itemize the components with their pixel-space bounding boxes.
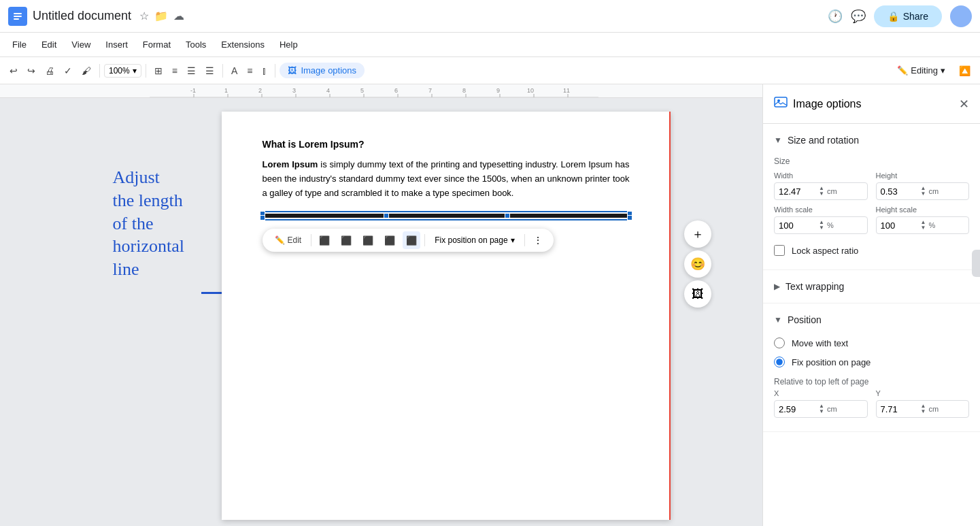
document-title[interactable]: Untitled document <box>33 9 131 23</box>
share-button[interactable]: 🔒 Share <box>874 5 942 27</box>
size-rotation-title: Size and rotation <box>788 135 859 146</box>
align-wrap-full[interactable]: ⬛ <box>403 231 420 249</box>
width-input[interactable] <box>779 186 816 197</box>
more-options-button[interactable]: ⋮ <box>529 231 547 249</box>
text-wrapping-header[interactable]: ▶ Text wrapping <box>774 278 969 295</box>
width-down[interactable]: ▼ <box>819 191 824 197</box>
selected-line-container[interactable]: ✏️ Edit ⬛ ⬛ ⬛ ⬛ ⬛ Fix p <box>263 214 630 218</box>
history-icon[interactable]: 🕐 <box>828 9 843 24</box>
cloud-icon[interactable]: ☁ <box>173 10 184 22</box>
columns-button[interactable]: ⫿ <box>258 63 271 79</box>
height-scale-input[interactable] <box>881 220 918 231</box>
position-header[interactable]: ▼ Position <box>774 312 969 328</box>
height-input[interactable] <box>881 186 918 197</box>
position-dropdown[interactable]: Fix position on page ▾ <box>429 233 520 248</box>
fab-emoji[interactable]: 😊 <box>684 250 711 278</box>
svg-text:10: 10 <box>527 87 534 94</box>
resize-handle-mid1[interactable] <box>384 213 389 218</box>
menu-view[interactable]: View <box>65 37 97 52</box>
y-down[interactable]: ▼ <box>921 409 926 414</box>
editing-dropdown-icon: ▾ <box>941 65 945 76</box>
svg-text:9: 9 <box>496 87 500 94</box>
list-button[interactable]: ☰ <box>183 63 200 79</box>
width-scale-input-wrap: ▲ ▼ % <box>774 216 868 234</box>
align-wrap-left[interactable]: ⬛ <box>316 231 333 249</box>
y-input[interactable] <box>881 404 918 414</box>
svg-text:11: 11 <box>563 87 570 94</box>
insert-button[interactable]: ⊞ <box>150 63 167 79</box>
width-field: Width ▲ ▼ cm <box>774 171 868 200</box>
panel-scrollbar[interactable] <box>972 250 980 277</box>
collapse-toolbar-button[interactable]: 🔼 <box>955 63 975 79</box>
height-input-wrap: ▲ ▼ cm <box>876 182 970 200</box>
fab-add[interactable]: ＋ <box>684 220 711 248</box>
width-scale-input[interactable] <box>779 220 816 231</box>
align-wrap-right[interactable]: ⬛ <box>359 231 377 249</box>
menu-insert[interactable]: Insert <box>99 37 135 52</box>
menu-edit[interactable]: Edit <box>35 37 63 52</box>
zoom-control[interactable]: 100% ▾ <box>104 64 141 78</box>
main-area: -1 1 2 3 4 5 6 7 8 9 10 11 <box>0 84 980 526</box>
document-wrapper: Adjust the length of the horizontal line… <box>0 98 762 526</box>
width-scale-down[interactable]: ▼ <box>819 225 824 231</box>
align-button[interactable]: ≡ <box>243 63 256 79</box>
height-scale-down[interactable]: ▼ <box>921 225 926 231</box>
menu-extensions[interactable]: Extensions <box>214 37 271 52</box>
resize-handle-bottomleft[interactable] <box>260 215 265 220</box>
x-input-wrap: ▲ ▼ cm <box>774 400 868 418</box>
zoom-value: 100% <box>109 66 130 76</box>
comment-icon[interactable]: 💬 <box>851 9 866 24</box>
ft-sep-2 <box>424 234 425 246</box>
edit-button[interactable]: ✏️ Edit <box>269 233 307 248</box>
avatar[interactable] <box>950 5 972 27</box>
size-rotation-header[interactable]: ▼ Size and rotation <box>774 132 969 148</box>
list-num-button[interactable]: ☰ <box>201 63 218 79</box>
fab-group: ＋ 😊 🖼 <box>684 220 711 308</box>
redo-button[interactable]: ↪ <box>23 63 39 79</box>
image-options-button[interactable]: 🖼 Image options <box>280 63 365 78</box>
height-label: Height <box>876 171 970 180</box>
height-field: Height ▲ ▼ cm <box>876 171 970 200</box>
format-button[interactable]: ≡ <box>168 63 182 79</box>
menu-tools[interactable]: Tools <box>179 37 213 52</box>
resize-handle-bottomright[interactable] <box>627 215 632 220</box>
height-scale-input-wrap: ▲ ▼ % <box>876 216 970 234</box>
undo-button[interactable]: ↩ <box>5 63 22 79</box>
menu-file[interactable]: File <box>5 37 33 52</box>
svg-rect-3 <box>14 18 19 20</box>
svg-text:6: 6 <box>394 87 398 94</box>
horizontal-ruler: -1 1 2 3 4 5 6 7 8 9 10 11 <box>0 84 762 98</box>
document-area[interactable]: -1 1 2 3 4 5 6 7 8 9 10 11 <box>0 84 762 526</box>
svg-text:8: 8 <box>462 87 466 94</box>
ft-sep-3 <box>524 234 525 246</box>
paint-format-button[interactable]: 🖌 <box>78 63 95 79</box>
menu-format[interactable]: Format <box>136 37 178 52</box>
highlight-button[interactable]: A <box>227 63 241 79</box>
fix-position-label[interactable]: Fix position on page <box>792 357 871 367</box>
bold-text: Lorem Ipsum <box>263 159 318 169</box>
spellcheck-button[interactable]: ✓ <box>60 63 76 79</box>
svg-text:-1: -1 <box>190 87 196 94</box>
lock-aspect-checkbox[interactable] <box>774 245 785 256</box>
print-button[interactable]: 🖨 <box>41 63 58 79</box>
fab-image[interactable]: 🖼 <box>684 280 711 308</box>
align-wrap-center[interactable]: ⬛ <box>337 231 355 249</box>
panel-close-button[interactable]: ✕ <box>959 97 969 112</box>
lock-aspect-label[interactable]: Lock aspect ratio <box>792 246 858 256</box>
y-unit: cm <box>928 405 939 413</box>
height-down[interactable]: ▼ <box>921 191 926 197</box>
x-down[interactable]: ▼ <box>819 409 824 414</box>
x-input[interactable] <box>779 404 816 414</box>
align-wrap-inline[interactable]: ⬛ <box>381 231 399 249</box>
menu-help[interactable]: Help <box>273 37 305 52</box>
horizontal-line[interactable] <box>263 214 630 218</box>
move-with-text-label[interactable]: Move with text <box>792 338 848 348</box>
scale-row: Width scale ▲ ▼ % Height scale <box>774 206 969 234</box>
star-icon[interactable]: ☆ <box>139 10 149 22</box>
ruler-svg: -1 1 2 3 4 5 6 7 8 9 10 11 <box>150 84 598 98</box>
editing-button[interactable]: ✏️ Editing ▾ <box>889 63 953 78</box>
resize-handle-mid2[interactable] <box>505 213 510 218</box>
folder-icon[interactable]: 📁 <box>154 10 168 22</box>
move-with-text-radio[interactable] <box>774 338 785 348</box>
fix-position-radio[interactable] <box>774 357 785 367</box>
